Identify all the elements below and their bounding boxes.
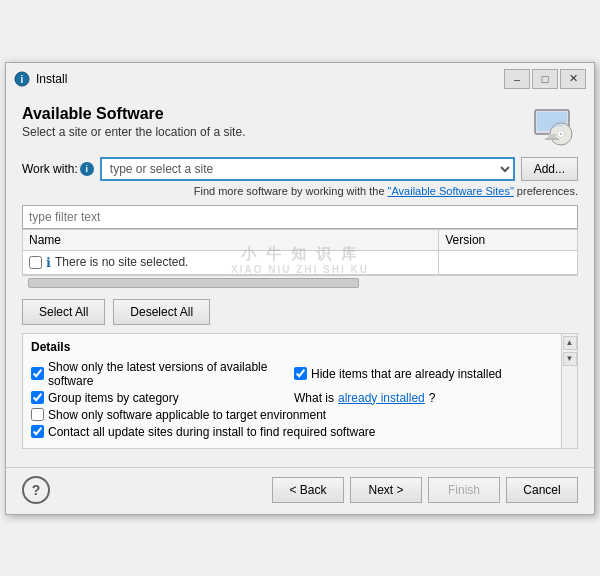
svg-text:i: i [21,74,24,85]
page-title: Available Software [22,105,526,123]
latest-label: Show only the latest versions of availab… [48,360,288,388]
contact-checkbox[interactable] [31,425,44,438]
titlebar: i Install – □ ✕ [6,63,594,93]
col-contact: Contact all update sites during install … [31,425,551,439]
action-buttons: Select All Deselect All [22,299,578,325]
software-table: Name Version ℹ There is no site selected… [22,229,578,275]
col-group: Group items by category [31,391,288,405]
svg-point-6 [560,132,562,134]
target-label: Show only software applicable to target … [48,408,326,422]
details-row-3: Show only software applicable to target … [31,408,551,422]
group-label: Group items by category [48,391,179,405]
no-site-checkbox[interactable] [29,256,42,269]
horizontal-scrollbar[interactable] [22,275,578,291]
already-installed-link[interactable]: already installed [338,391,425,405]
cancel-button[interactable]: Cancel [506,477,578,503]
minimize-button[interactable]: – [504,69,530,89]
hide-installed-checkbox[interactable] [294,367,307,380]
hide-installed-label: Hide items that are already installed [311,367,502,381]
scrollbar-thumb[interactable] [28,278,359,288]
find-more-text: Find more software by working with the "… [22,185,578,197]
details-title: Details [31,340,569,354]
group-checkbox[interactable] [31,391,44,404]
already-installed-prefix: What is [294,391,334,405]
details-row-1: Show only the latest versions of availab… [31,360,551,388]
close-button[interactable]: ✕ [560,69,586,89]
window-icon: i [14,71,30,87]
table-wrapper: Name Version ℹ There is no site selected… [22,229,578,291]
available-software-sites-link[interactable]: "Available Software Sites" [388,185,514,197]
finish-button[interactable]: Finish [428,477,500,503]
work-with-info-icon[interactable]: i [80,162,94,176]
svg-rect-7 [548,134,556,138]
footer: ? < Back Next > Finish Cancel [6,467,594,514]
deselect-all-button[interactable]: Deselect All [113,299,210,325]
site-combo[interactable]: type or select a site [100,157,515,181]
latest-checkbox[interactable] [31,367,44,380]
details-scrollbar[interactable]: ▲ ▼ [561,334,577,448]
window-title: Install [36,72,504,86]
footer-buttons: < Back Next > Finish Cancel [272,477,578,503]
col-name-header: Name [23,229,439,250]
details-row-4: Contact all update sites during install … [31,425,551,439]
details-section: Details ▲ ▼ Show only the latest version… [22,333,578,449]
scroll-up-button[interactable]: ▲ [563,336,577,350]
add-button[interactable]: Add... [521,157,578,181]
back-button[interactable]: < Back [272,477,344,503]
work-with-label: Work with: i [22,162,94,176]
select-all-button[interactable]: Select All [22,299,105,325]
help-button[interactable]: ? [22,476,50,504]
no-site-message: There is no site selected. [55,255,188,269]
software-icon [526,105,578,149]
header-area: Available Software Select a site or ente… [22,105,578,149]
svg-rect-8 [545,138,559,140]
col-latest: Show only the latest versions of availab… [31,360,288,388]
contact-label: Contact all update sites during install … [48,425,376,439]
col-hide: Hide items that are already installed [294,367,551,381]
target-checkbox[interactable] [31,408,44,421]
already-installed-suffix: ? [429,391,436,405]
no-site-cell: ℹ There is no site selected. [29,255,432,270]
header-text: Available Software Select a site or ente… [22,105,526,149]
col-already: What is already installed ? [294,391,551,405]
no-site-row: ℹ There is no site selected. [23,250,578,274]
work-with-row: Work with: i type or select a site Add..… [22,157,578,181]
col-target: Show only software applicable to target … [31,408,551,422]
page-subtitle: Select a site or enter the location of a… [22,125,526,139]
window-controls: – □ ✕ [504,69,586,89]
install-window: i Install – □ ✕ Available Software Selec… [5,62,595,515]
maximize-button[interactable]: □ [532,69,558,89]
info-circle-icon: ℹ [46,255,51,270]
scroll-down-button[interactable]: ▼ [563,352,577,366]
details-row-2: Group items by category What is already … [31,391,551,405]
filter-input[interactable] [22,205,578,229]
details-inner: Show only the latest versions of availab… [31,360,551,439]
col-version-header: Version [439,229,578,250]
main-content: Available Software Select a site or ente… [6,93,594,467]
next-button[interactable]: Next > [350,477,422,503]
